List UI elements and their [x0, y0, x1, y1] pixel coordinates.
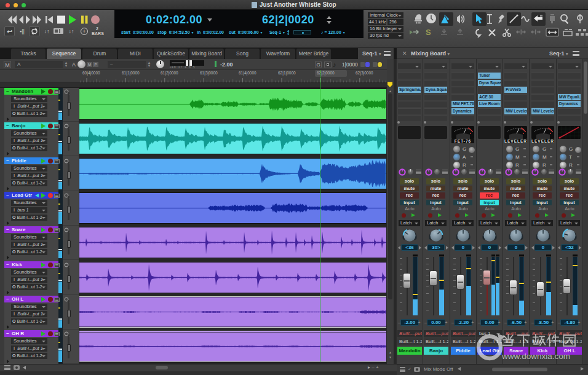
svg-text:S: S [426, 28, 431, 37]
